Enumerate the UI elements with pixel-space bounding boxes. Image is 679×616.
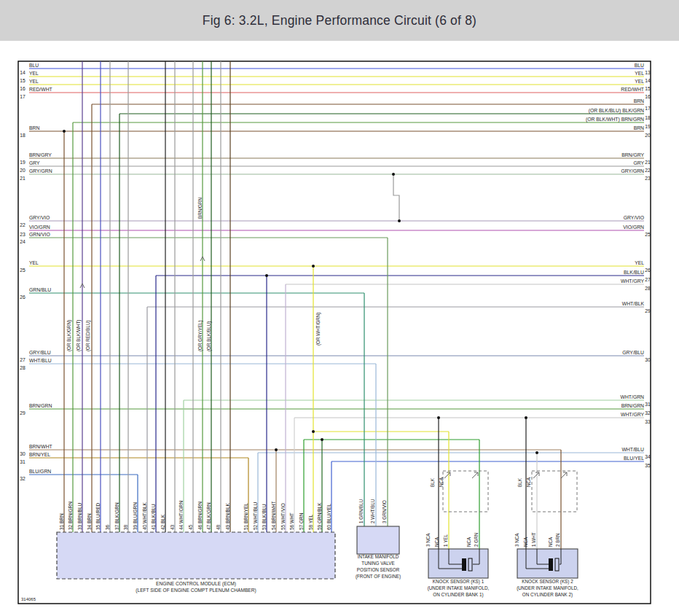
wire-color-label-right: WHT/BLK bbox=[622, 301, 645, 306]
ks2-shield-box bbox=[532, 471, 577, 512]
wire-color-label-right: (OR BLK/BLU) BLK/GRN bbox=[589, 108, 644, 114]
imtv-caption: (FRONT OF ENGINE) bbox=[356, 574, 401, 580]
wire-color-label-left: YEL bbox=[29, 260, 39, 265]
ks1-pin-label: 2 GRN bbox=[474, 532, 479, 547]
junction-dot bbox=[437, 416, 440, 419]
shield-ground-arrow-icon bbox=[533, 472, 539, 478]
ecm-pin-label: 31 BRN bbox=[59, 513, 64, 530]
ks2-pin-label: 3 NCA bbox=[514, 533, 519, 547]
ks2-wire-label: NCA bbox=[526, 477, 531, 487]
pin-number-right: 17 bbox=[645, 106, 651, 111]
wire-color-label-right: GRY/BLU bbox=[622, 350, 644, 355]
junction-dot bbox=[321, 438, 323, 441]
ecm-pin-label: 52 WHT/BLU bbox=[253, 502, 258, 530]
ecm-caption: ENGINE CONTROL MODULE (ECM) bbox=[156, 581, 236, 587]
ecm-pin-label: 48 bbox=[216, 524, 221, 530]
ecm-pin-label: 39 BLU/GRN bbox=[133, 502, 138, 530]
pin-number-left: 24 bbox=[20, 239, 25, 244]
ks1-caption: KNOCK SENSOR (KS) 1 bbox=[433, 579, 484, 585]
pin-number-left: 23 bbox=[20, 232, 25, 237]
pin-number-right: 26 bbox=[645, 268, 651, 273]
ecm-pin-label: 54 BRN/WHT bbox=[271, 502, 276, 530]
pin-number-right: 22 bbox=[645, 168, 651, 173]
imtv-caption: TUNING VALVE bbox=[361, 561, 394, 566]
wire-color-label-right: BRN bbox=[634, 98, 644, 104]
ecm-pin-label: 35 BLU/RED bbox=[95, 502, 101, 530]
wire-color-label-right: BLK/BLU bbox=[624, 270, 644, 275]
ecm-pin-label: 49 BRN/BLK bbox=[225, 502, 230, 530]
pin-number-right: 19 bbox=[645, 124, 651, 129]
junction-dot bbox=[525, 416, 527, 419]
ks1-sensor-element bbox=[462, 558, 466, 571]
ks2-pin-label: 2 BRN bbox=[555, 533, 560, 547]
wire-color-label-left: GRY/GRN bbox=[29, 168, 52, 174]
pin-number-right: 30 bbox=[645, 357, 651, 362]
wire-color-label-left: GRY/BLU bbox=[29, 350, 51, 355]
pin-number-left: 16 bbox=[20, 86, 25, 91]
pin-number-right: 31 bbox=[645, 402, 651, 407]
wire-color-label-left: BRN/YEL bbox=[29, 452, 50, 457]
ecm-pin-label: 47 BLK/GRN bbox=[206, 502, 211, 530]
pin-number-left: 31 bbox=[20, 459, 25, 464]
ks1-pin-label: 1 YEL bbox=[443, 534, 448, 547]
pin-number-right: 25 bbox=[645, 232, 651, 237]
shield-ground-arrow-icon bbox=[561, 472, 567, 478]
wire-color-label-rotated: (OR BLK/WHT) bbox=[76, 320, 82, 351]
junction-dot bbox=[312, 430, 315, 433]
ecm-box bbox=[57, 532, 335, 579]
wire-color-label-rotated: BRN/GRN bbox=[197, 198, 203, 219]
junction-dot bbox=[312, 265, 315, 268]
ecm-pin-label: 37 BLK/GRN bbox=[114, 502, 119, 530]
junction-dot bbox=[265, 274, 268, 277]
ecm-pin-label: 60 BLU/YEL bbox=[326, 504, 331, 530]
ks1-wire-label: BLK bbox=[430, 477, 435, 487]
wire-color-label-right: GRY/VIO bbox=[624, 215, 644, 220]
pin-number-left: 22 bbox=[20, 222, 25, 227]
wire-color-label-left: BRN/GRY bbox=[29, 152, 52, 157]
ks2-wire-label: BLK bbox=[517, 477, 522, 487]
wire-color-label-left: YEL bbox=[29, 79, 39, 84]
pin-number-left: 29 bbox=[20, 410, 25, 416]
wire-color-label-rotated: (OR RED/BLU) bbox=[85, 320, 91, 351]
pin-number-right: 35 bbox=[645, 463, 651, 468]
shield-ground-arrow-icon bbox=[472, 472, 478, 478]
pin-number-right: 14 bbox=[645, 78, 651, 83]
diagram-border bbox=[18, 61, 651, 604]
wire-color-label-right: BRN/GRN bbox=[621, 403, 644, 408]
wire-color-label-right: GRY/GRN bbox=[621, 168, 644, 174]
wire-jog bbox=[393, 174, 399, 221]
imtv-caption: POSITION SENSOR bbox=[357, 567, 400, 572]
ecm-pin-label: 57 GRN bbox=[299, 512, 304, 530]
wiring-diagram: BLU14BLU13YEL15YEL14YEL16YEL15RED/WHT17R… bbox=[0, 0, 679, 616]
wire-color-label-right: (OR BLK/WHT) BRN/GRN bbox=[586, 117, 644, 122]
wire-color-label-right: GRY bbox=[633, 160, 644, 165]
imtv-pin-label: 2 WHT/BLU bbox=[370, 499, 375, 523]
pin-number-right: 20 bbox=[645, 133, 651, 138]
pin-number-right: 16 bbox=[645, 94, 651, 99]
ks2-pin-label: 1 WHT bbox=[531, 532, 536, 547]
wire-color-label-right: YEL bbox=[635, 79, 644, 84]
junction-dot bbox=[535, 451, 538, 454]
imtv-caption: INTAKE MANIFOLD bbox=[358, 554, 399, 559]
pin-number-right: 27 bbox=[645, 277, 651, 282]
pin-number-right: 23 bbox=[645, 176, 651, 181]
wire-color-label-right: WHT/GRY bbox=[621, 412, 644, 417]
ecm-caption: (LEFT SIDE OF ENGINE COMPT PLENUM CHAMBE… bbox=[136, 588, 256, 593]
wire-color-label-left: GRN/VIO bbox=[29, 232, 50, 237]
pin-number-right: 13 bbox=[645, 70, 651, 75]
ks1-pin-label: NCA bbox=[434, 537, 439, 547]
pin-number-left: 21 bbox=[20, 176, 25, 181]
ecm-pin-label: 55 WHT/VIO bbox=[280, 503, 286, 530]
ks1-shield-box bbox=[443, 471, 488, 512]
wire-color-label-rotated: (OR GRY/YEL) bbox=[197, 320, 203, 351]
wire-color-label-right: BRN bbox=[634, 125, 644, 130]
wire-color-label-right: YEL bbox=[635, 71, 644, 76]
wire-color-label-rotated: (OR BLK/BLU) bbox=[206, 321, 212, 351]
wire-color-label-left: BRN/WHT bbox=[29, 444, 52, 449]
ecm-pin-label: 42 BLK bbox=[160, 514, 165, 530]
pin-number-right: 18 bbox=[645, 115, 651, 120]
pin-number-left: 14 bbox=[20, 70, 25, 75]
ks2-pin-label: NCA bbox=[548, 537, 553, 547]
figure-title: Fig 6: 3.2L, Engine Performance Circuit … bbox=[203, 13, 476, 28]
pin-number-left: 27 bbox=[20, 357, 25, 362]
